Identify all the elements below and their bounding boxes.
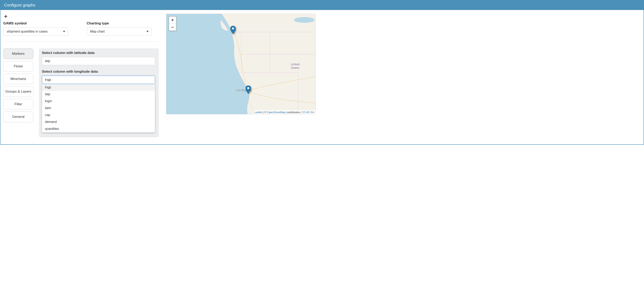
attribution-sep: | ©: [262, 111, 267, 114]
charting-type-label: Charting type: [87, 21, 152, 26]
charting-type-select[interactable]: Map chart: [87, 28, 152, 36]
add-graph-button[interactable]: +: [3, 14, 158, 21]
attribution-osm-link[interactable]: OpenStreetMap: [267, 111, 286, 114]
tabs-column: Markers Flows Minicharts Groups & Layers…: [3, 48, 33, 136]
longitude-column-value: lngp: [45, 78, 51, 82]
tab-flows[interactable]: Flows: [3, 61, 33, 72]
chevron-down-icon: [63, 31, 65, 32]
gams-symbol-label: GAMS symbol: [3, 21, 68, 26]
divider: [3, 41, 158, 42]
gams-symbol-value: shipment quantities in cases: [7, 30, 48, 33]
zoom-out-button[interactable]: −: [169, 24, 176, 30]
longitude-column-label: Select column with longitude data: [42, 70, 155, 74]
dropdown-option[interactable]: latm: [42, 104, 155, 112]
tab-filter[interactable]: Filter: [3, 99, 33, 110]
tab-markers[interactable]: Markers: [3, 48, 33, 59]
panel-header: Configure graphs: [0, 0, 644, 10]
attribution-contrib: contributors,: [286, 111, 302, 114]
dropdown-option[interactable]: demand: [42, 118, 155, 125]
chevron-down-icon: [146, 31, 149, 32]
latitude-column-select[interactable]: latp: [42, 57, 155, 65]
latitude-column-value: latp: [45, 59, 50, 63]
map-preview[interactable]: + − United States Los Angeles Leaflet | …: [166, 14, 316, 114]
map-label-country: United States: [291, 62, 307, 70]
latitude-column-label: Select column with latitude data: [42, 51, 155, 55]
attribution-cc-link[interactable]: CC-BY-SA: [302, 111, 314, 114]
tab-minicharts[interactable]: Minicharts: [3, 74, 33, 84]
tab-groups-layers[interactable]: Groups & Layers: [3, 86, 33, 97]
longitude-column-select[interactable]: lngp: [42, 76, 155, 84]
svg-point-2: [247, 87, 249, 89]
dropdown-option[interactable]: quantities: [42, 125, 155, 132]
longitude-column-dropdown: lngp latp lngm latm cap demand quantitie…: [42, 84, 155, 132]
panel-title: Configure graphs: [4, 3, 35, 7]
svg-point-1: [232, 28, 234, 30]
zoom-control: + −: [169, 16, 176, 31]
dropdown-option[interactable]: cap: [42, 112, 155, 118]
zoom-in-button[interactable]: +: [169, 17, 176, 24]
gams-symbol-select[interactable]: shipment quantities in cases: [3, 28, 68, 36]
map-marker-icon[interactable]: [230, 26, 236, 34]
dropdown-option[interactable]: lngm: [42, 98, 155, 104]
tab-general[interactable]: General: [3, 112, 33, 122]
map-marker-icon[interactable]: [246, 86, 251, 94]
dropdown-option[interactable]: latp: [42, 91, 155, 98]
attribution-leaflet-link[interactable]: Leaflet: [254, 111, 262, 114]
markers-panel: Select column with latitude data latp Se…: [39, 48, 158, 136]
charting-type-value: Map chart: [90, 30, 104, 33]
map-attribution: Leaflet | © OpenStreetMap contributors, …: [253, 110, 316, 114]
dropdown-option[interactable]: lngp: [42, 84, 155, 91]
svg-point-0: [294, 17, 314, 23]
